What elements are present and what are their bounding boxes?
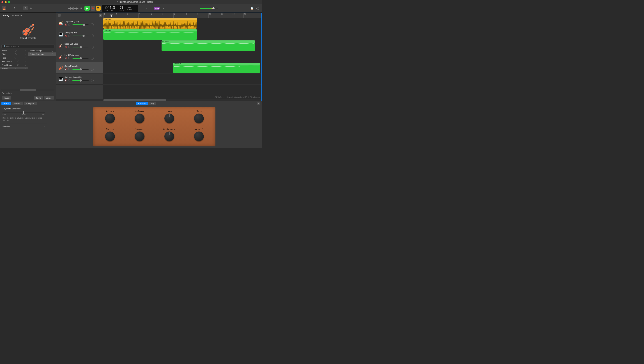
- knob-high[interactable]: [194, 114, 204, 123]
- mute-button[interactable]: 🔇: [64, 24, 67, 26]
- track-lane[interactable]: Drummer: [103, 40, 262, 51]
- track-volume-slider[interactable]: [72, 47, 88, 48]
- search-input[interactable]: [2, 44, 54, 48]
- category-item[interactable]: Percussion›: [0, 60, 28, 63]
- play-button[interactable]: ▶: [84, 6, 90, 10]
- add-track-button[interactable]: +: [58, 14, 60, 17]
- track-pan-knob[interactable]: [91, 79, 94, 82]
- save-button[interactable]: Save…: [44, 96, 54, 100]
- knob-low[interactable]: [164, 114, 174, 123]
- track-volume-slider[interactable]: [72, 69, 88, 70]
- track-header[interactable]: 🎹 Sweeping Arp 🔇 🎧: [56, 29, 103, 40]
- playhead-line[interactable]: [111, 18, 112, 99]
- category-item[interactable]: Pipe Organ›: [0, 63, 28, 67]
- headphone-icon[interactable]: 🎧: [68, 24, 70, 26]
- track-volume-slider[interactable]: [72, 36, 88, 36]
- region[interactable]: Drummer: [103, 18, 197, 28]
- track-lane[interactable]: Drummer: [103, 29, 262, 40]
- mute-button[interactable]: 🔇: [64, 68, 67, 70]
- headphone-icon[interactable]: 🎧: [68, 46, 70, 48]
- track-pan-knob[interactable]: [91, 57, 94, 60]
- editor-expand-icon[interactable]: ⤢: [256, 102, 260, 105]
- lcd-display[interactable]: 001.3 BAR BEAT 75 TEMPO 4/4 Cmaj ⌄: [102, 5, 138, 12]
- editor-tab[interactable]: Master: [12, 102, 23, 105]
- sensitivity-slider[interactable]: [2, 112, 44, 112]
- knob-decay[interactable]: [105, 132, 115, 141]
- track-volume-slider[interactable]: [72, 80, 88, 81]
- master-volume-slider[interactable]: [200, 8, 218, 9]
- category-item[interactable]: Brass›: [0, 49, 28, 52]
- revert-button[interactable]: Revert: [2, 96, 11, 100]
- subcategory-item[interactable]: String Ensemble: [28, 52, 56, 56]
- mute-button[interactable]: 🔇: [64, 35, 67, 37]
- scissors-icon[interactable]: ✂: [29, 6, 34, 10]
- category-item[interactable]: Harp›: [0, 56, 28, 60]
- knob-release[interactable]: [135, 114, 144, 123]
- library-scrollbar[interactable]: [2, 89, 54, 91]
- track-pan-knob[interactable]: [91, 68, 94, 71]
- metronome-icon[interactable]: ▲: [161, 6, 165, 10]
- track-header[interactable]: 🎻 String Ensemble 🔇 🎧: [56, 62, 103, 74]
- mute-button[interactable]: 🔇: [64, 46, 67, 48]
- track-volume-slider[interactable]: [72, 24, 88, 25]
- rewind-button[interactable]: ◀◀: [68, 6, 73, 10]
- track-volume-slider[interactable]: [72, 58, 88, 58]
- region[interactable]: Drummer: [103, 29, 197, 40]
- library-toggle-button[interactable]: 📥: [2, 6, 6, 10]
- knob-reverb[interactable]: [194, 132, 204, 141]
- category-item[interactable]: Strings›: [0, 67, 28, 69]
- track-lane[interactable]: [103, 51, 262, 62]
- library-filter[interactable]: All Sounds ⌄: [12, 14, 25, 17]
- record-button[interactable]: [90, 6, 95, 10]
- minimize-icon[interactable]: [5, 1, 7, 3]
- knob-ambience[interactable]: [164, 132, 174, 141]
- headphone-icon[interactable]: 🎧: [68, 35, 70, 37]
- mute-button[interactable]: 🔇: [64, 57, 67, 60]
- horizontal-scrollbar[interactable]: [56, 99, 262, 101]
- track-pan-knob[interactable]: [91, 46, 94, 48]
- track-lane[interactable]: Drummer: [103, 18, 262, 29]
- count-in-button[interactable]: 1234: [154, 7, 160, 10]
- editor-tab[interactable]: Controls: [136, 102, 148, 105]
- chevron-down-icon[interactable]: ⌄: [134, 8, 136, 10]
- track-pan-knob[interactable]: [91, 23, 94, 26]
- headphone-icon[interactable]: 🎧: [68, 68, 70, 70]
- track-header[interactable]: 🎸 Hard Metal Lead 🔇 🎧: [56, 51, 103, 62]
- settings-button[interactable]: ⚙: [23, 6, 28, 10]
- track-options-icon[interactable]: ⇅: [99, 14, 102, 17]
- editor-tab[interactable]: Track: [2, 102, 12, 105]
- timeline-ruler[interactable]: 12345678910111213: [103, 13, 262, 18]
- tuner-icon[interactable]: ♪: [144, 6, 148, 10]
- cycle-button[interactable]: ⟳: [96, 6, 100, 10]
- headphone-icon[interactable]: 🎧: [68, 57, 70, 60]
- editor-tab[interactable]: EQ: [148, 102, 156, 105]
- region[interactable]: Drummer: [162, 40, 255, 51]
- close-icon[interactable]: [2, 1, 4, 3]
- subcategory-item[interactable]: Smart Strings: [28, 49, 56, 52]
- region[interactable]: Drummer: [174, 63, 260, 73]
- track-lane[interactable]: Drummer: [103, 62, 262, 74]
- playhead-marker[interactable]: [110, 14, 113, 17]
- track-lanes[interactable]: DrummerDrummerDrummerDrummer.BAND file o…: [103, 18, 262, 99]
- loops-icon[interactable]: ◯: [256, 6, 260, 10]
- zoom-icon[interactable]: [8, 1, 10, 3]
- forward-button[interactable]: ▶▶: [74, 6, 78, 10]
- knob-sustain[interactable]: [135, 132, 144, 141]
- chevron-right-icon[interactable]: ›: [44, 125, 44, 128]
- compare-button[interactable]: Compare: [24, 102, 37, 105]
- category-item[interactable]: Choir›: [0, 52, 28, 56]
- delete-button[interactable]: Delete: [34, 96, 43, 100]
- track-header[interactable]: 🎸 Deep Sub Bass 🔇 🎧: [56, 40, 103, 51]
- help-icon[interactable]: ?: [12, 6, 17, 10]
- chevron-down-icon[interactable]: ⌄: [43, 108, 44, 110]
- library-path[interactable]: Orchestral ›: [0, 91, 56, 95]
- knob-attack[interactable]: [105, 114, 115, 123]
- track-header[interactable]: 🎹 Steinway Grand Piano 🔇 🎧: [56, 74, 103, 84]
- track-header[interactable]: 🥁 Trap Door (Dez) 🔇 🎧: [56, 18, 103, 29]
- notepad-icon[interactable]: 📋: [250, 6, 254, 10]
- track-pan-knob[interactable]: [91, 34, 94, 37]
- stop-button[interactable]: ■: [79, 6, 84, 10]
- headphone-icon[interactable]: 🎧: [68, 79, 70, 82]
- mute-button[interactable]: 🔇: [64, 79, 67, 82]
- track-lane[interactable]: [103, 74, 262, 84]
